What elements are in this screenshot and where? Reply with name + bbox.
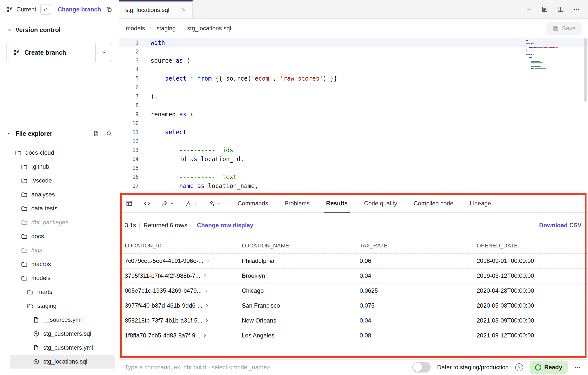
create-branch-main[interactable]: Create branch	[7, 43, 95, 62]
code-line-6[interactable]: 6	[119, 83, 588, 92]
tab-stg-locations-sql[interactable]: stg_locations.sql	[119, 0, 193, 18]
expand-cell-icon[interactable]	[206, 259, 210, 263]
tree-item-data-tests[interactable]: data-tests	[10, 201, 115, 215]
breadcrumb-item[interactable]: models	[126, 25, 145, 32]
change-row-display-link[interactable]: Change row display	[197, 222, 253, 229]
tree-item--sources-yml[interactable]: __sources.yml	[10, 313, 115, 327]
code-line-14[interactable]: 14 id as location_id,	[119, 155, 588, 164]
result-cell: 858218fb-73f7-4b1b-a31f-5...	[119, 317, 242, 324]
code-line-8[interactable]: 8	[119, 101, 588, 110]
tree-item--github[interactable]: .github	[10, 160, 115, 174]
code-line-17[interactable]: 17 name as location_name,	[119, 182, 588, 190]
expand-cell-icon[interactable]	[203, 333, 207, 338]
cell-text: 37e5f311-b7f4-4f2f-988b-7...	[125, 272, 200, 279]
tree-item-logs[interactable]: logs	[10, 243, 115, 257]
panel-tab-problems[interactable]: Problems	[285, 194, 310, 212]
code-line-10[interactable]: 10	[119, 119, 588, 128]
minimap[interactable]	[526, 40, 559, 69]
panel-tab-results[interactable]: Results	[326, 194, 348, 212]
breadcrumb-item[interactable]: stg_locations.sql	[187, 25, 231, 32]
code-line-7[interactable]: 7),	[119, 92, 588, 101]
editor-list-button[interactable]	[541, 6, 548, 13]
new-tab-button[interactable]	[525, 6, 532, 13]
tree-item-models[interactable]: models	[10, 271, 115, 285]
close-tab-icon[interactable]	[181, 7, 186, 13]
result-row[interactable]: 7c079cea-5ed4-4101-906e-...Philadelphia0…	[119, 254, 588, 269]
result-cell: 2020-04-28T00:00:00	[477, 287, 588, 294]
tree-item-stg-locations-sql[interactable]: stg_locations.sql	[10, 355, 115, 369]
code-icon	[144, 200, 151, 207]
expand-cell-icon[interactable]	[205, 303, 209, 308]
split-editor-button[interactable]	[557, 6, 564, 13]
result-row[interactable]: 37e5f311-b7f4-4f2f-988b-7...Brooklyn0.04…	[119, 269, 588, 283]
result-cell: 37e5f311-b7f4-4f2f-988b-7...	[119, 272, 242, 279]
tree-item--vscode[interactable]: .vscode	[10, 174, 115, 188]
code-line-9[interactable]: 9renamed as (	[119, 110, 588, 119]
code-line-4[interactable]: 4	[119, 65, 588, 74]
code-line-11[interactable]: 11 select	[119, 128, 588, 137]
code-line-3[interactable]: 3source as (	[119, 56, 588, 65]
tree-item-dbt-packages[interactable]: dbt_packages	[10, 215, 115, 229]
tree-item-macros[interactable]: macros	[10, 257, 115, 271]
download-csv-link[interactable]: Download CSV	[539, 222, 582, 229]
command-input[interactable]	[125, 364, 329, 371]
code-editor[interactable]: 1with23source as (45 select * from {{ so…	[119, 38, 588, 194]
panel-tab-compiled-code[interactable]: Compiled code	[414, 194, 453, 212]
create-branch-button[interactable]: Create branch	[6, 43, 112, 62]
tabbar-more-button[interactable]	[573, 6, 580, 13]
create-branch-dropdown[interactable]	[95, 43, 112, 62]
code-line-1[interactable]: 1with	[119, 38, 588, 47]
build-dropdown-button[interactable]	[162, 200, 174, 207]
tree-item-stg-customers-sql[interactable]: stg_customers.sql	[10, 327, 115, 341]
current-branch-label: Current	[16, 6, 36, 13]
result-cell: 1f8ffa70-7cb5-4d83-8a7f-9...	[119, 332, 242, 339]
command-bar-more-button[interactable]	[574, 364, 581, 371]
result-row[interactable]: 1f8ffa70-7cb5-4d83-8a7f-9...Los Angeles0…	[119, 328, 588, 343]
version-control-header[interactable]: Version control	[0, 23, 119, 37]
panel-toolbar: CommandsProblemsResultsCode qualityCompi…	[119, 194, 588, 213]
defer-label: Defer to staging/production	[437, 364, 509, 371]
result-cell: 3977f440-b87d-461b-9dd6-...	[119, 302, 242, 309]
tree-item-stg-customers-yml[interactable]: stg_customers.yml	[10, 341, 115, 355]
copy-branch-button[interactable]	[106, 6, 112, 13]
result-cell: 0.0625	[360, 287, 477, 294]
tree-item-staging[interactable]: staging	[10, 299, 115, 313]
result-cell: 0.04	[360, 317, 477, 324]
code-line-16[interactable]: 16 ---------- text	[119, 173, 588, 182]
panel-tab-lineage[interactable]: Lineage	[470, 194, 491, 212]
preview-results-button[interactable]	[126, 200, 133, 207]
code-line-15[interactable]: 15	[119, 164, 588, 173]
code-text	[139, 83, 151, 92]
defer-toggle[interactable]	[412, 362, 431, 373]
new-file-icon[interactable]	[93, 130, 99, 137]
result-cell: 2021-09-12T00:00:00	[477, 332, 588, 339]
compile-code-button[interactable]	[144, 200, 151, 207]
editor-scrollbar[interactable]	[584, 38, 587, 102]
file-explorer-header[interactable]: File explorer	[0, 125, 119, 142]
code-line-13[interactable]: 13 ---------- ids	[119, 146, 588, 155]
tree-item-docs[interactable]: docs	[10, 229, 115, 243]
expand-cell-icon[interactable]	[204, 288, 209, 293]
code-line-12[interactable]: 12	[119, 137, 588, 146]
panel-tab-commands[interactable]: Commands	[238, 194, 268, 212]
expand-cell-icon[interactable]	[203, 274, 207, 278]
tree-item-marts[interactable]: marts	[10, 285, 115, 299]
test-dropdown-button[interactable]	[185, 200, 197, 207]
expand-cell-icon[interactable]	[205, 318, 209, 323]
ai-assist-dropdown-button[interactable]	[208, 200, 221, 207]
folder-icon	[21, 191, 28, 198]
code-line-5[interactable]: 5 select * from {{ source('ecom', 'raw_s…	[119, 74, 588, 83]
help-icon[interactable]: ?	[515, 363, 523, 371]
code-line-2[interactable]: 2	[119, 47, 588, 56]
code-text: select * from {{ source('ecom', 'raw_sto…	[139, 74, 337, 83]
change-branch-link[interactable]: Change branch	[58, 6, 101, 13]
result-row[interactable]: 3977f440-b87d-461b-9dd6-...San Francisco…	[119, 298, 588, 313]
result-row[interactable]: 005e7e1c-1935-4269-b479...Chicago0.06252…	[119, 283, 588, 298]
tree-item-analyses[interactable]: analyses	[10, 188, 115, 201]
result-row[interactable]: 858218fb-73f7-4b1b-a31f-5...New Orleans0…	[119, 313, 588, 328]
search-icon[interactable]	[106, 130, 112, 137]
tree-item-docs-cloud[interactable]: docs-cloud	[10, 146, 115, 160]
panel-tab-code-quality[interactable]: Code quality	[364, 194, 397, 212]
save-button[interactable]: Save	[546, 22, 582, 35]
breadcrumb-item[interactable]: staging	[156, 25, 175, 32]
